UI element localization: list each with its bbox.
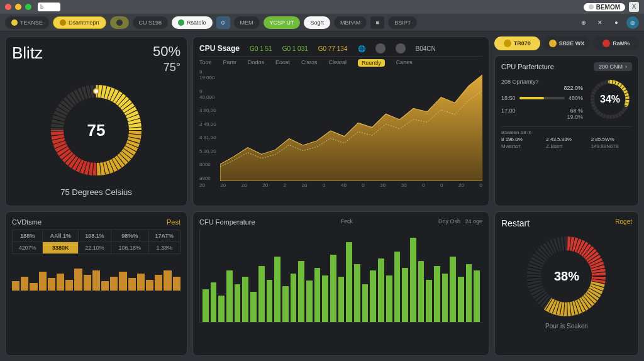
avatar-icon [396, 43, 406, 53]
tab-rsatolo[interactable]: Rsatolo [172, 16, 213, 29]
svg-point-2 [94, 89, 99, 94]
temp-title: CFU Fomperature [199, 218, 255, 226]
cvd-sparkline [12, 259, 180, 291]
perf-stats: 93aleen 18 l6 8 196.0%2 43.5.83%2 85.5W%… [501, 126, 632, 149]
subtab[interactable]: Clearal [329, 59, 347, 67]
tab-teknse[interactable]: TEKNSE [5, 16, 49, 29]
dot-icon [116, 19, 123, 26]
tab-mem[interactable]: MEM [234, 16, 260, 29]
tab-bsipt[interactable]: BSIPT [388, 16, 417, 29]
pill-ram[interactable]: RaM% [593, 36, 639, 50]
window-titlebar: b BEMOM X [0, 0, 644, 14]
tab-square-blue[interactable]: 0 [216, 16, 230, 29]
cpu-subtabs: Tooe Pamr Dodos Eoost Cisros Clearal Ree… [199, 59, 482, 67]
performance-card: CPU Parfertcture 200 CNM› 208 Oprtamty? … [494, 55, 639, 206]
tab-square-dark[interactable]: ■ [370, 16, 384, 29]
tab-olive[interactable] [110, 16, 129, 29]
tab-mbpam[interactable]: MBPAM [334, 16, 367, 29]
right-pill-row: TR070 SB2E WX RaM% [494, 36, 639, 50]
account-pill[interactable]: BEMOM [584, 3, 625, 11]
metric-1: G0 1 031 [282, 45, 308, 52]
blitz-degrees: 75° [153, 61, 180, 74]
subtab[interactable]: Tooe [199, 59, 212, 67]
blitz-card: Blitz 50% 75° 75 75 Degrees Celsius [5, 36, 187, 206]
metric-3: B04CN [416, 45, 436, 52]
cvd-table: 188%AAll 1%108.1%98%%17AT% 4207%3380K22.… [12, 230, 180, 254]
add-icon[interactable]: ⊕ [577, 16, 590, 29]
metric-0: G0 1 51 [250, 45, 272, 52]
metric-2: G0 77 134 [318, 45, 348, 52]
subtab[interactable]: Canes [396, 59, 413, 67]
cvd-title: CVDtsme [12, 218, 42, 226]
perf-value: 480% [569, 95, 583, 101]
perf-label: 208 Oprtamty? [501, 79, 539, 85]
blitz-title: Blitz [12, 43, 43, 63]
avatar-icon [375, 43, 386, 53]
perf-value: 822.0% [501, 85, 583, 91]
traffic-lights [5, 4, 31, 10]
subtab[interactable]: Dodos [248, 59, 264, 67]
blitz-percent: 50% [153, 43, 180, 60]
top-tab-strip: TEKNSE Dsamtmepn CU S198 Rsatolo 0 MEM Y… [0, 14, 644, 31]
cpu-area-chart [220, 69, 482, 181]
pill-sb2e[interactable]: SB2E WX [544, 36, 590, 50]
url-field[interactable]: b [38, 3, 60, 11]
tab-dsamtmepn[interactable]: Dsamtmepn [53, 16, 106, 29]
close-window-dot[interactable] [5, 4, 11, 10]
perf-label: 18:50 [501, 95, 516, 101]
user-icon[interactable]: ● [610, 16, 623, 29]
progress-bar [519, 97, 565, 99]
subtab-active[interactable]: Reently [358, 59, 385, 67]
tab-ycsp[interactable]: YCSP UT [264, 16, 301, 29]
minimize-window-dot[interactable] [15, 4, 21, 10]
cvd-card: CVDtsmePest 188%AAll 1%108.1%98%%17AT% 4… [5, 211, 187, 356]
restart-value: 38% [554, 269, 579, 284]
tab-cu[interactable]: CU S198 [133, 16, 169, 29]
subtab[interactable]: Pamr [223, 59, 237, 67]
temp-bar-chart: 9880068.004.604:5006 [199, 228, 482, 323]
restart-caption: Pour is Soaken [501, 323, 632, 330]
chip-icon [504, 40, 511, 47]
dot-icon [178, 19, 184, 26]
perf-ring: 34% [588, 77, 632, 121]
restart-card: RestartRoget 38% Pour is Soaken [494, 211, 639, 356]
maximize-window-dot[interactable] [25, 4, 31, 10]
perf-value: 68 % [570, 108, 583, 114]
grid-icon[interactable]: ✕ [594, 16, 606, 29]
cpu-temp-card: CFU Fomperature Feck Dny Osh 24 oge 9880… [192, 211, 489, 356]
subtab[interactable]: Eoost [275, 59, 290, 67]
restart-donut: 38% [523, 232, 611, 320]
tab-sogrt[interactable]: Sogrt [304, 16, 330, 29]
cpu-usage-card: CPU Ssage G0 1 51 G0 1 031 G0 77 134 🌐 B… [192, 36, 489, 206]
perf-value: 19.0% [501, 114, 583, 120]
coin-icon [549, 40, 557, 47]
y-axis-labels: 9 19,0009 40,0003 80,003 49,003 81,005 3… [199, 69, 218, 181]
restart-title: Restart [501, 218, 530, 228]
dot-icon [60, 19, 66, 26]
ring-value: 34% [600, 94, 620, 105]
chevron-right-icon: › [625, 64, 627, 70]
perf-label: 17.00 [501, 108, 516, 114]
close-icon[interactable]: X [629, 2, 639, 12]
gauge-center-value: 75 [87, 121, 106, 140]
sun-icon [11, 19, 18, 26]
pill-tr070[interactable]: TR070 [494, 36, 540, 50]
perf-title: CPU Parfertcture [501, 63, 554, 70]
cpu-usage-title: CPU Ssage [199, 44, 240, 53]
temp-mid: Feck [341, 218, 353, 226]
x-axis-labels: 202020202200400303000200 [199, 182, 482, 188]
ram-icon [602, 40, 610, 47]
cvd-link[interactable]: Pest [167, 218, 180, 226]
globe-icon[interactable]: ◍ [626, 16, 639, 29]
restart-link[interactable]: Roget [615, 218, 632, 228]
subtab[interactable]: Cisros [301, 59, 318, 67]
gauge-caption: 75 Degrees Celsius [12, 187, 180, 197]
perf-dropdown[interactable]: 200 CNM› [594, 62, 632, 71]
